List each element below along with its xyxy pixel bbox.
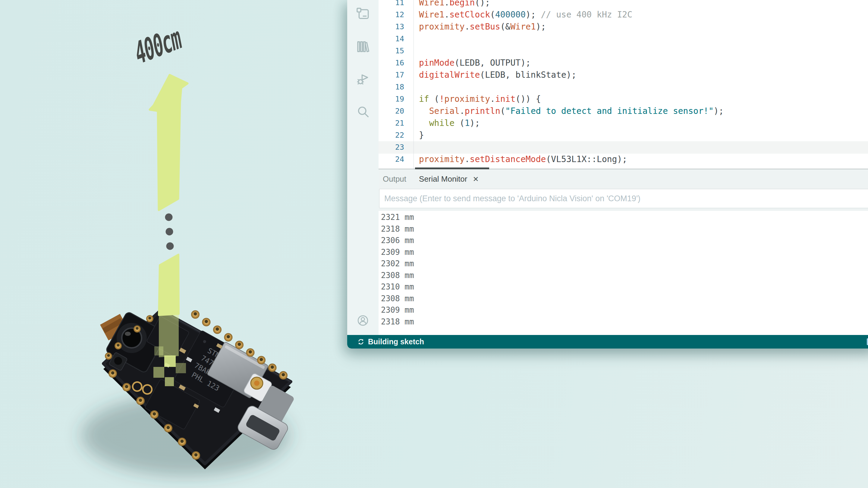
code-line [419, 81, 868, 93]
boards-manager-icon[interactable] [355, 6, 371, 22]
code-lines: Wire1.begin();Wire1.setClock(400000); //… [419, 0, 868, 165]
line-number: 15 [378, 45, 404, 57]
serial-message-input[interactable] [379, 189, 868, 208]
status-bar: Building sketch [347, 335, 868, 349]
serial-line: 2318 mm [381, 316, 868, 328]
serial-line: 2318 mm [381, 223, 868, 235]
code-line [419, 45, 868, 57]
code-line: if (!proximity.init()) { [419, 93, 868, 105]
line-number-gutter: 1112131415161718192021222324 [378, 0, 404, 165]
range-arrow-head-and-upper-shaft [150, 75, 187, 210]
sync-icon [357, 338, 365, 346]
serial-line: 2308 mm [381, 293, 868, 304]
status-message: Building sketch [368, 337, 424, 346]
arrow-gap-dot [165, 214, 173, 221]
serial-line: 2309 mm [381, 304, 868, 316]
line-number: 24 [378, 153, 404, 165]
line-number: 11 [378, 0, 404, 9]
serial-line: 2308 mm [381, 270, 868, 281]
code-line [419, 33, 868, 45]
line-number: 18 [378, 81, 404, 93]
serial-line: 2310 mm [381, 281, 868, 293]
code-line: proximity.setBus(&Wire1); [419, 21, 868, 33]
code-line: pinMode(LEDB, OUTPUT); [419, 57, 868, 69]
line-number: 19 [378, 93, 404, 105]
line-number: 13 [378, 21, 404, 33]
range-arrow-lower-shaft [159, 255, 179, 315]
arduino-ide-window: 1112131415161718192021222324 Wire1.begin… [347, 0, 868, 349]
code-editor[interactable]: 1112131415161718192021222324 Wire1.begin… [378, 0, 868, 169]
bottom-panel-tabbar: Output Serial Monitor ✕ [378, 169, 868, 189]
serial-line: 2306 mm [381, 235, 868, 247]
account-icon[interactable] [356, 314, 370, 327]
ide-sidebar [347, 0, 378, 335]
serial-line: 2302 mm [381, 258, 868, 270]
library-manager-icon[interactable] [355, 39, 371, 55]
code-line: } [419, 129, 868, 141]
line-number: 22 [378, 129, 404, 141]
active-tab-indicator [415, 167, 489, 169]
code-line: proximity.setDistanceMode(VL53L1X::Long)… [419, 153, 868, 165]
status-bar-right-item[interactable] [867, 338, 868, 345]
line-number: 14 [378, 33, 404, 45]
arrow-gap-dot [166, 228, 173, 235]
serial-line: 2309 mm [381, 247, 868, 258]
tab-serial-monitor-label: Serial Monitor [419, 174, 467, 184]
code-line: Wire1.setClock(400000); // use 400 kHz I… [419, 9, 868, 21]
code-line [419, 141, 868, 153]
line-number: 17 [378, 69, 404, 81]
tab-serial-monitor[interactable]: Serial Monitor ✕ [419, 174, 479, 184]
search-icon[interactable] [355, 104, 371, 120]
code-line: Serial.println("Failed to detect and ini… [419, 105, 868, 117]
code-line: while (1); [419, 117, 868, 129]
line-number: 21 [378, 117, 404, 129]
tab-output[interactable]: Output [383, 174, 406, 184]
line-number: 12 [378, 9, 404, 21]
close-icon[interactable]: ✕ [472, 175, 478, 183]
indent-guide [413, 0, 414, 169]
code-line: Wire1.begin(); [419, 0, 868, 9]
debug-icon[interactable] [355, 71, 371, 87]
arrow-gap-dot [166, 242, 174, 250]
proximity-illustration: STM32H 747AJI6 7BAHU V2 PHL 123 [0, 0, 350, 488]
line-number: 23 [378, 141, 404, 153]
line-number: 16 [378, 57, 404, 69]
serial-line: 2321 mm [381, 212, 868, 223]
code-line: digitalWrite(LEDB, blinkState); [419, 69, 868, 81]
serial-monitor-output[interactable]: 2321 mm2318 mm2306 mm2309 mm2302 mm2308 … [378, 211, 868, 335]
serial-message-row [378, 189, 868, 211]
line-number: 20 [378, 105, 404, 117]
